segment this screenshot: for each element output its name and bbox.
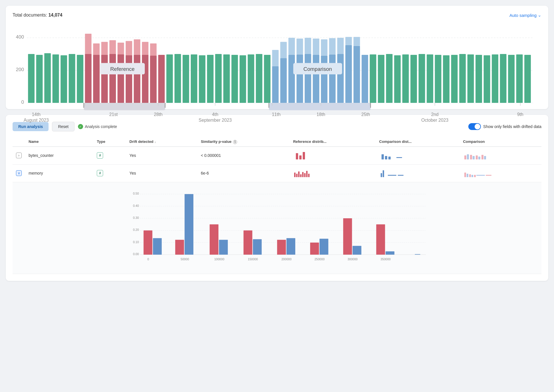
svg-rect-26 xyxy=(118,55,124,103)
svg-rect-72 xyxy=(402,55,409,103)
timeline-header: Total documents: 14,074 Auto sampling ⌄ xyxy=(13,13,541,18)
svg-rect-69 xyxy=(378,55,384,103)
timeline-card: Total documents: 14,074 Auto sampling ⌄ … xyxy=(6,6,548,109)
svg-rect-140 xyxy=(308,174,310,177)
svg-rect-177 xyxy=(353,246,362,255)
ref-dist-mini-chart xyxy=(293,169,316,177)
svg-rect-178 xyxy=(376,224,385,255)
detail-chart-row: 0.50 0.40 0.30 0.20 0.10 0.00 xyxy=(13,182,541,274)
svg-rect-119 xyxy=(299,155,302,159)
expand-button[interactable]: › xyxy=(16,153,22,158)
svg-rect-173 xyxy=(286,238,295,255)
comp-dist-mini-chart xyxy=(379,151,408,159)
type-badge: # xyxy=(97,170,103,176)
svg-rect-127 xyxy=(470,155,472,159)
svg-rect-60 xyxy=(296,39,303,55)
expand-button[interactable]: ∨ xyxy=(16,170,22,176)
svg-rect-55 xyxy=(354,46,360,103)
svg-rect-80 xyxy=(467,55,474,103)
svg-rect-71 xyxy=(394,55,401,103)
svg-rect-61 xyxy=(305,38,311,54)
chevron-down-icon: ⌄ xyxy=(538,13,541,18)
svg-rect-24 xyxy=(101,55,108,103)
svg-rect-41 xyxy=(240,55,246,103)
svg-rect-37 xyxy=(207,55,214,103)
analysis-card: Run analysis Reset ✓ Analysis complete S… xyxy=(6,115,548,281)
comp-dist-cell xyxy=(376,147,460,165)
svg-rect-93 xyxy=(269,103,371,110)
svg-rect-136 xyxy=(300,174,302,177)
svg-rect-180 xyxy=(415,254,420,255)
col-comp-dist: Comparison dist... xyxy=(376,137,460,147)
svg-text:21st: 21st xyxy=(109,112,118,117)
drift-toggle[interactable] xyxy=(468,123,481,130)
svg-rect-9 xyxy=(53,55,59,103)
svg-text:0: 0 xyxy=(21,99,24,105)
svg-rect-137 xyxy=(302,172,304,177)
svg-rect-42 xyxy=(248,55,254,103)
svg-rect-43 xyxy=(256,54,262,103)
drift-table: Name Type Drift detected ↓ Similarity p-… xyxy=(13,137,541,274)
svg-text:0.40: 0.40 xyxy=(133,204,139,207)
svg-rect-11 xyxy=(69,54,75,103)
svg-rect-126 xyxy=(467,154,469,159)
svg-rect-170 xyxy=(244,230,252,255)
total-docs: Total documents: 14,074 xyxy=(13,13,62,18)
svg-rect-147 xyxy=(469,174,471,177)
svg-text:0.30: 0.30 xyxy=(133,216,139,219)
svg-text:100000: 100000 xyxy=(214,257,224,261)
svg-rect-73 xyxy=(410,55,417,103)
svg-rect-129 xyxy=(476,155,478,159)
type-badge: # xyxy=(97,152,103,159)
svg-rect-135 xyxy=(298,171,300,177)
svg-rect-83 xyxy=(492,55,498,103)
svg-rect-146 xyxy=(467,174,468,177)
svg-rect-49 xyxy=(305,54,311,103)
timeline-svg: 400 200 0 xyxy=(13,22,541,128)
svg-rect-145 xyxy=(464,173,466,177)
svg-rect-64 xyxy=(329,38,336,55)
field-name-cell: bytes_counter xyxy=(25,147,93,165)
timeline-chart: 400 200 0 xyxy=(13,22,541,102)
comparison-cell xyxy=(459,147,541,165)
svg-rect-74 xyxy=(419,54,425,103)
table-row: › bytes_counter # Yes < 0.000001 xyxy=(13,147,541,165)
col-name: Name xyxy=(25,137,93,147)
svg-rect-88 xyxy=(84,103,165,110)
svg-text:0.20: 0.20 xyxy=(133,228,139,231)
col-pvalue: Similarity p-value ℹ xyxy=(197,137,290,147)
svg-rect-143 xyxy=(388,175,396,176)
svg-rect-175 xyxy=(320,239,328,255)
svg-rect-28 xyxy=(134,55,140,103)
svg-rect-130 xyxy=(478,157,480,159)
field-type-cell: # xyxy=(93,147,126,165)
svg-rect-30 xyxy=(150,56,157,103)
col-type: Type xyxy=(93,137,126,147)
svg-rect-132 xyxy=(484,156,486,159)
field-type-cell: # xyxy=(93,164,126,182)
detail-chart-container: 0.50 0.40 0.30 0.20 0.10 0.00 xyxy=(13,182,541,274)
svg-rect-144 xyxy=(398,175,404,176)
svg-text:200000: 200000 xyxy=(281,257,291,261)
svg-rect-22 xyxy=(85,54,92,103)
drift-cell: Yes xyxy=(126,164,197,182)
svg-rect-168 xyxy=(210,224,218,255)
svg-rect-62 xyxy=(313,39,319,55)
auto-sampling-button[interactable]: Auto sampling ⌄ xyxy=(509,13,541,18)
svg-rect-36 xyxy=(199,55,205,103)
svg-text:4th: 4th xyxy=(212,112,218,117)
svg-rect-125 xyxy=(464,155,466,159)
comparison-cell xyxy=(459,164,541,182)
svg-rect-121 xyxy=(382,154,384,159)
svg-rect-172 xyxy=(277,240,286,255)
svg-rect-149 xyxy=(474,175,476,177)
svg-rect-123 xyxy=(388,157,391,159)
svg-rect-6 xyxy=(28,54,35,103)
svg-rect-32 xyxy=(166,55,173,103)
svg-rect-47 xyxy=(288,55,295,103)
svg-rect-139 xyxy=(306,171,308,177)
svg-text:September 2023: September 2023 xyxy=(199,118,232,123)
svg-text:0.10: 0.10 xyxy=(133,240,139,243)
svg-rect-165 xyxy=(153,238,162,255)
pvalue-cell: < 0.000001 xyxy=(197,147,290,165)
